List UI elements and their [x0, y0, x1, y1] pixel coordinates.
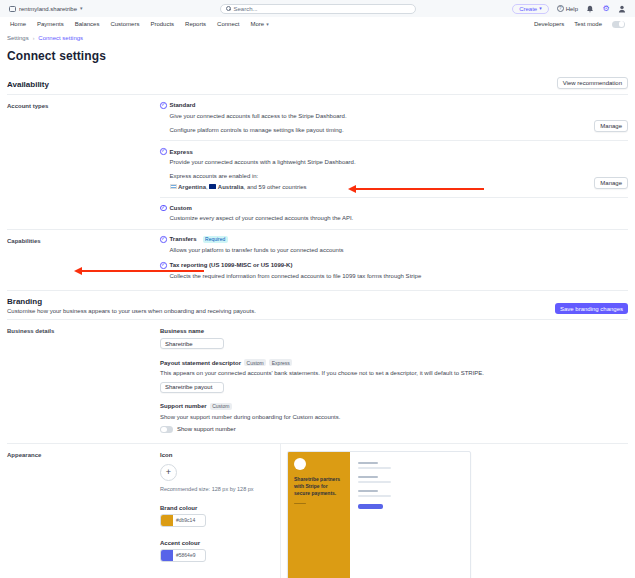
breadcrumb-separator-icon: ›	[33, 35, 35, 41]
accent-colour-label: Accent colour	[160, 540, 280, 546]
show-support-number-label: Show support number	[177, 426, 236, 432]
nav-item-customers[interactable]: Customers	[110, 21, 139, 27]
manage-standard-button[interactable]: Manage	[594, 120, 628, 132]
main-content: Connect settings Availability View recom…	[0, 49, 635, 578]
business-name-label: Business name	[160, 328, 628, 334]
manage-express-button[interactable]: Manage	[594, 177, 628, 189]
account-types-row: Account types ✓ Standard Give your conne…	[7, 95, 628, 229]
appearance-label: Appearance	[7, 444, 160, 578]
nav-item-balances[interactable]: Balances	[75, 21, 100, 27]
payout-descriptor-input[interactable]	[160, 382, 224, 393]
express-badge: Express	[269, 359, 292, 366]
skeleton-line	[358, 481, 391, 483]
chevron-down-icon: ▾	[539, 6, 542, 11]
top-bar-actions: Create ▾ ? Help ⚙	[512, 4, 626, 14]
accent-colour-input[interactable]: #5864e9	[160, 549, 206, 562]
developers-link[interactable]: Developers	[534, 21, 564, 27]
branding-preview-area: Sharetribe partners with Stripe for secu…	[280, 444, 628, 578]
skeleton-line	[358, 467, 391, 469]
business-name-group: Business name	[160, 328, 628, 349]
required-badge: Required	[203, 236, 228, 243]
account-type-express: ✓ Express Provide your connected account…	[160, 141, 628, 198]
upload-icon-button[interactable]: +	[160, 464, 177, 481]
breadcrumb-connect-settings[interactable]: Connect settings	[38, 35, 83, 41]
nav-right: Developers Test mode	[534, 21, 625, 28]
preview-accent-button	[358, 504, 383, 509]
breadcrumb: Settings › Connect settings	[0, 31, 635, 44]
branding-heading: Branding	[7, 297, 256, 306]
brand-colour-swatch	[161, 515, 173, 526]
brand-colour-label: Brand colour	[160, 505, 280, 511]
skeleton-line	[358, 490, 378, 492]
account-type-custom: ✓ Custom Customize every aspect of your …	[160, 198, 628, 229]
standard-title: Standard	[170, 102, 196, 108]
create-button[interactable]: Create ▾	[512, 4, 549, 14]
help-button[interactable]: ? Help	[557, 5, 578, 12]
nav-more-menu[interactable]: More ▾	[250, 21, 268, 27]
breadcrumb-settings[interactable]: Settings	[7, 35, 29, 41]
help-icon: ?	[557, 5, 564, 12]
nav-item-reports[interactable]: Reports	[185, 21, 206, 27]
business-name-input[interactable]	[160, 338, 224, 349]
express-title: Express	[170, 149, 193, 155]
transfers-title: Transfers	[170, 236, 197, 242]
connect-settings-page: rentmyland.sharetribe ▾ Search... Create…	[0, 0, 635, 578]
tax-reporting-title: Tax reporting (US 1099-MISC or US 1099-K…	[170, 262, 293, 268]
chevron-down-icon: ▾	[80, 6, 83, 11]
show-support-number-toggle[interactable]	[160, 426, 173, 433]
gear-icon[interactable]: ⚙	[602, 5, 610, 13]
account-name: rentmyland.sharetribe	[19, 6, 77, 12]
workspace-icon	[9, 6, 16, 12]
capabilities-row: Capabilities ✓ Transfers Required Allows…	[7, 230, 628, 290]
nav-item-connect[interactable]: Connect	[217, 21, 239, 27]
preview-brand-panel: Sharetribe partners with Stripe for secu…	[288, 452, 350, 578]
view-recommendation-button[interactable]: View recommendation	[557, 77, 628, 89]
standard-description: Give your connected accounts full access…	[170, 112, 595, 120]
custom-description: Customize every aspect of your connected…	[170, 214, 629, 222]
appearance-controls: Icon + Recommended size: 128 px by 128 p…	[160, 444, 280, 578]
branding-header: Branding Customise how your business app…	[7, 291, 628, 319]
preview-form-panel	[350, 452, 470, 578]
plus-icon: +	[166, 467, 171, 477]
accent-colour-swatch	[161, 550, 173, 561]
skeleton-line	[358, 476, 378, 478]
skeleton-line	[358, 495, 391, 497]
checkmark-icon: ✓	[160, 262, 167, 269]
bell-icon[interactable]	[586, 5, 594, 13]
brand-colour-input[interactable]: #db9c14	[160, 514, 206, 527]
chevron-down-icon: ▾	[266, 22, 269, 27]
checkmark-icon: ✓	[160, 102, 167, 109]
icon-label: Icon	[160, 452, 280, 458]
account-types-label: Account types	[7, 95, 160, 229]
support-number-label: Support number	[160, 403, 207, 409]
search-input[interactable]: Search...	[220, 4, 416, 14]
preview-dash	[294, 503, 306, 505]
account-switcher[interactable]: rentmyland.sharetribe ▾	[9, 6, 83, 12]
main-nav: Home Payments Balances Customers Product…	[0, 17, 635, 31]
branding-subtitle: Customise how your business appears to y…	[7, 308, 256, 314]
tax-reporting-description: Collects the required information from c…	[170, 272, 629, 280]
appearance-row: Appearance Icon + Recommended size: 128 …	[7, 444, 628, 578]
australia-flag-icon	[209, 184, 216, 189]
support-number-group: Support number Custom Show your support …	[160, 403, 628, 433]
nav-item-products[interactable]: Products	[150, 21, 174, 27]
standard-extra: Configure platform controls to manage se…	[170, 126, 595, 134]
capability-tax-reporting: ✓ Tax reporting (US 1099-MISC or US 1099…	[160, 256, 628, 282]
page-title: Connect settings	[7, 49, 628, 63]
test-mode-toggle[interactable]	[612, 21, 625, 28]
top-bar: rentmyland.sharetribe ▾ Search... Create…	[0, 0, 635, 17]
payout-descriptor-group: Payout statement descriptor Custom Expre…	[160, 359, 628, 392]
express-countries: Argentina, Australia, and 59 other count…	[170, 183, 595, 191]
business-details-row: Business details Business name Payout st…	[7, 320, 628, 443]
checkmark-icon: ✓	[160, 236, 167, 243]
custom-badge: Custom	[244, 359, 266, 366]
nav-item-payments[interactable]: Payments	[37, 21, 64, 27]
preview-logo-placeholder	[294, 458, 306, 470]
account-type-standard: ✓ Standard Give your connected accounts …	[160, 95, 628, 141]
express-description: Provide your connected accounts with a l…	[170, 158, 595, 166]
nav-item-home[interactable]: Home	[10, 21, 26, 27]
save-branding-changes-button[interactable]: Save branding changes	[555, 303, 628, 314]
profile-icon[interactable]	[618, 5, 626, 13]
brand-colour-value: #db9c14	[173, 517, 195, 523]
capabilities-label: Capabilities	[7, 230, 160, 282]
